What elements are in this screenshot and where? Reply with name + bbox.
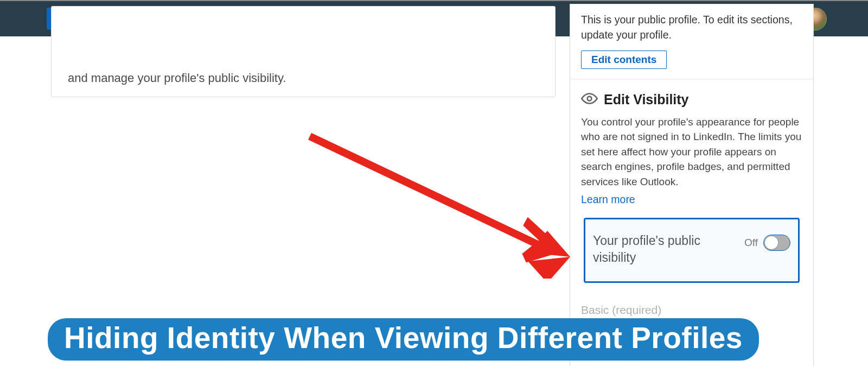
toggle-state-text: Off — [744, 237, 758, 249]
public-visibility-box: Your profile's public visibility Off — [584, 218, 800, 283]
annotation-arrow — [303, 132, 580, 279]
svg-marker-3 — [522, 217, 566, 264]
edit-visibility-body: You control your profile's appearance fo… — [581, 115, 802, 190]
svg-marker-4 — [528, 231, 570, 257]
edit-contents-button[interactable]: Edit contents — [581, 51, 667, 69]
edit-visibility-header: Edit Visibility — [581, 90, 802, 109]
learn-more-link[interactable]: Learn more — [581, 193, 635, 205]
public-visibility-toggle[interactable] — [763, 235, 790, 251]
eye-icon — [581, 90, 598, 109]
visibility-sidebar: This is your public profile. To edit its… — [570, 4, 814, 366]
edit-visibility-section: Edit Visibility You control your profile… — [570, 79, 813, 293]
edit-contents-section: This is your public profile. To edit its… — [570, 4, 813, 79]
main-area: and manage your profile's public visibil… — [0, 36, 868, 366]
profile-summary-card: and manage your profile's public visibil… — [51, 6, 556, 97]
basic-required-label: Basic (required) — [581, 304, 661, 316]
public-visibility-label: Your profile's public visibility — [593, 232, 723, 266]
svg-point-0 — [588, 96, 592, 100]
toggle-knob — [765, 236, 778, 249]
annotation-banner: Hiding Identity When Viewing Different P… — [48, 318, 759, 361]
svg-line-2 — [310, 136, 550, 250]
profile-summary-text-fragment: and manage your profile's public visibil… — [68, 70, 539, 87]
public-visibility-toggle-group: Off — [744, 235, 790, 251]
public-profile-intro-text: This is your public profile. To edit its… — [581, 12, 802, 43]
edit-visibility-title: Edit Visibility — [604, 92, 689, 108]
svg-marker-5 — [528, 257, 570, 279]
